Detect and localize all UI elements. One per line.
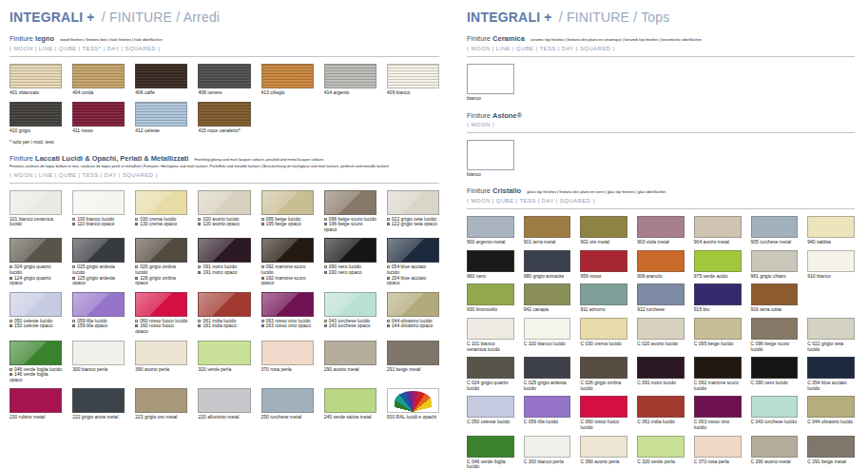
color-swatch	[524, 357, 571, 379]
matt-marker-icon	[387, 223, 390, 225]
finish-cell: bianco	[467, 140, 514, 178]
finish-label: C 290 avorio metal	[751, 459, 799, 465]
finish-cell: 046 verde foglia lucido146 verde foglia …	[10, 341, 62, 383]
finish-cell: 415 noce canaletto*	[198, 102, 250, 134]
finish-cell: 000 RAL lucidi e opachi	[387, 388, 439, 420]
finish-cell: 030 crema lucido130 crema opaco	[135, 190, 187, 233]
gloss-marker-icon	[135, 265, 138, 268]
section-legno-header: Finiture legno wood finishes | finitions…	[10, 35, 439, 52]
section-astone-header: Finiture Astone® ( MOON )	[467, 112, 855, 128]
empty-cell	[387, 102, 439, 134]
color-swatch	[467, 250, 514, 272]
finish-label: 101 bianco ceramica lucido	[10, 217, 62, 227]
empty-cell	[580, 64, 627, 102]
finish-label: C 030 crema lucido	[580, 342, 627, 347]
empty-cell	[324, 102, 376, 134]
color-swatch	[524, 216, 571, 238]
finish-label: 975 verde acido	[694, 274, 742, 280]
finish-label: 415 noce canaletto*	[198, 128, 250, 134]
finish-label: 240 verde salvia metal	[324, 415, 376, 420]
finish-cell: C 061 india lucido	[637, 396, 685, 430]
color-swatch	[524, 396, 571, 418]
finish-label: bianco	[467, 172, 514, 178]
finish-label: 091 moro lucido191 moro opaco	[198, 264, 250, 275]
finish-cell: 022 grigio seta lucido122 grigio seta op…	[387, 190, 439, 233]
finish-cell: 050 celeste lucido150 celeste opaco	[10, 292, 62, 335]
finish-cell: 240 verde salvia metal	[324, 388, 376, 420]
finish-cell: 902 oro metal	[580, 216, 627, 245]
color-swatch	[580, 357, 627, 379]
divider	[467, 132, 855, 133]
section-name: Ceramica	[492, 34, 525, 43]
section-prefix: Finiture	[10, 154, 33, 163]
finish-cell: 101 bianco ceramica lucido	[10, 190, 62, 233]
finish-label: 030 crema lucido130 crema opaco	[135, 217, 187, 227]
color-swatch	[524, 318, 571, 340]
color-swatch	[580, 283, 627, 305]
finish-cell: 061 india lucido161 india opaco	[198, 292, 250, 335]
section-translations: Finishing glossy and matt lacquer colour…	[195, 157, 324, 162]
color-swatch	[261, 292, 314, 317]
finish-label: C 095 beige lucido	[694, 342, 742, 347]
finish-cell: C 020 avorio lucido	[637, 318, 685, 352]
color-swatch	[324, 238, 376, 263]
section-legno-title: Finiture legno wood finishes | finitions…	[10, 35, 439, 43]
matt-marker-icon	[72, 324, 75, 327]
gloss-marker-icon	[198, 265, 201, 268]
section-cristallo-header: Finiture Cristallo glass top finishes | …	[467, 187, 855, 205]
finish-cell: 092 marrone scuro lucido192 marrone scur…	[261, 238, 314, 285]
matt-marker-icon	[324, 223, 327, 225]
finish-cell: C 044 olivastro lucido	[807, 396, 855, 430]
finish-cell: C 101 bianco ceramica lucido	[467, 318, 514, 352]
color-swatch	[807, 357, 855, 379]
empty-cell	[637, 140, 685, 178]
section-translations: wood finishes | finitions bois | holz fi…	[60, 37, 162, 42]
finish-label: 905 turchese metal	[751, 240, 799, 245]
matt-marker-icon	[10, 373, 12, 376]
empty-cell	[751, 140, 799, 178]
finish-label: 942 canapa	[524, 307, 571, 313]
color-swatch	[72, 388, 125, 413]
finish-label: 980 grigio antracite	[524, 274, 571, 280]
section-astone-title: Finiture Astone®	[467, 112, 855, 119]
finish-label: C 043 turchese lucido	[751, 420, 799, 425]
finish-label: 959 rosso	[580, 274, 627, 280]
ceramica-swatch-grid: bianco	[467, 64, 855, 102]
finish-label: C 091 moro lucido	[637, 381, 685, 386]
finish-cell: 412 celeste	[135, 102, 187, 134]
finish-label: 095 beige lucido195 beige opaco	[261, 217, 314, 227]
finish-cell: C 100 bianco lucido	[524, 318, 571, 352]
color-swatch	[524, 250, 571, 272]
finish-label: 046 verde foglia lucido146 verde foglia …	[10, 367, 62, 383]
finish-label: 024 grigio quarzo lucido124 grigio quarz…	[10, 264, 62, 285]
finish-cell: C 290 avorio metal	[751, 436, 799, 469]
finish-label: 401 sbiancato	[10, 90, 62, 96]
finish-cell: 320 verde perla	[198, 341, 250, 383]
finish-label: C 046 verde foglia lucido	[467, 459, 514, 469]
section-laccati-title: Finiture Laccati Lucidi & Opachi, Perlat…	[10, 155, 439, 163]
finish-cell: 090 nero lucido190 nero opaco	[324, 238, 376, 285]
color-swatch	[72, 292, 125, 317]
finish-cell: 915 blu	[694, 283, 742, 313]
color-swatch	[198, 64, 250, 88]
color-swatch	[135, 341, 187, 365]
gloss-marker-icon	[72, 320, 75, 322]
gloss-marker-icon	[198, 320, 201, 322]
color-swatch	[261, 238, 314, 263]
finish-cell: C 092 marrone scuro lucido	[694, 357, 742, 391]
finish-cell: 054 blue acciaio lucido154 blue acciaio …	[387, 238, 439, 285]
finish-label: 412 celeste	[135, 128, 187, 134]
section-ceramica-title: Finiture Ceramica ceramic top finishes |…	[467, 35, 855, 43]
finish-cell: 300 bianco perla	[72, 341, 125, 383]
matt-marker-icon	[261, 223, 264, 225]
color-swatch	[387, 292, 439, 317]
section-models: ( MOON | LINE | QUBE | TESS* | DAY | SQU…	[10, 46, 439, 52]
matt-marker-icon	[10, 324, 12, 327]
finish-cell: 910 bianco	[807, 250, 855, 280]
finish-label: 044 olivastro lucido144 olivastro opaco	[387, 319, 439, 329]
color-swatch	[135, 292, 187, 317]
finish-label: C 026 grigio ombra lucido	[580, 381, 627, 391]
color-swatch	[467, 357, 514, 379]
finish-label: 059 lilla lucido159 lilla opaco	[72, 319, 125, 329]
matt-marker-icon	[324, 271, 327, 274]
